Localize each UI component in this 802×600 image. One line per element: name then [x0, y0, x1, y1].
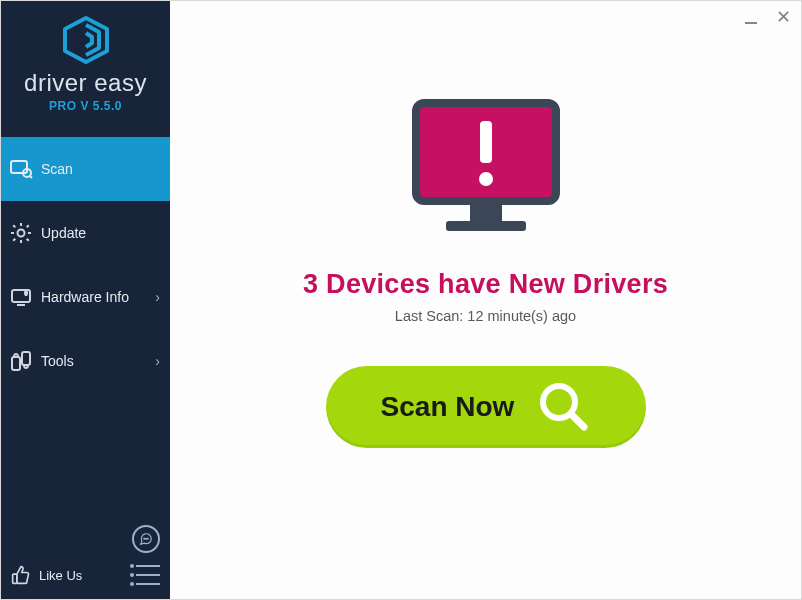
- svg-point-20: [479, 172, 493, 186]
- svg-line-22: [571, 414, 584, 427]
- brand-name: driver easy: [1, 69, 170, 97]
- hardware-icon: i: [9, 285, 33, 309]
- svg-rect-18: [446, 221, 526, 231]
- tools-icon: [9, 349, 33, 373]
- sidebar-item-hardware-info[interactable]: i Hardware Info ›: [1, 265, 170, 329]
- sidebar-item-label: Scan: [41, 161, 160, 177]
- version-label: PRO V 5.5.0: [1, 99, 170, 113]
- gear-icon: [9, 221, 33, 245]
- chevron-right-icon: ›: [155, 353, 160, 369]
- svg-text:i: i: [25, 291, 26, 296]
- sidebar: driver easy PRO V 5.5.0 Scan Update: [1, 1, 170, 599]
- close-button[interactable]: ✕: [773, 7, 793, 27]
- svg-rect-17: [470, 205, 502, 221]
- svg-rect-10: [22, 352, 30, 365]
- sidebar-item-label: Hardware Info: [41, 289, 155, 305]
- window-controls: ✕: [741, 7, 793, 27]
- scan-now-button[interactable]: Scan Now: [326, 366, 646, 448]
- svg-point-4: [18, 230, 25, 237]
- last-scan-label: Last Scan: 12 minute(s) ago: [395, 308, 576, 324]
- svg-point-11: [144, 538, 145, 539]
- main-panel: ✕ 3 Devices have New Drivers Last Scan: …: [170, 1, 801, 599]
- chevron-right-icon: ›: [155, 289, 160, 305]
- logo-icon: [1, 15, 170, 65]
- search-icon: [536, 379, 590, 436]
- sidebar-item-scan[interactable]: Scan: [1, 137, 170, 201]
- svg-point-12: [146, 538, 147, 539]
- sidebar-item-update[interactable]: Update: [1, 201, 170, 265]
- feedback-icon[interactable]: [132, 525, 160, 553]
- sidebar-bottom: Like Us: [1, 517, 170, 599]
- like-us-label: Like Us: [39, 568, 82, 583]
- logo-block: driver easy PRO V 5.5.0: [1, 1, 170, 121]
- thumbs-up-icon: [9, 563, 33, 587]
- sidebar-nav: Scan Update i Hardware Info ›: [1, 137, 170, 393]
- menu-icon[interactable]: [136, 565, 160, 585]
- like-us-button[interactable]: Like Us: [9, 563, 82, 587]
- svg-line-3: [30, 176, 32, 178]
- minimize-button[interactable]: [741, 7, 761, 27]
- scan-icon: [9, 157, 33, 181]
- sidebar-item-label: Tools: [41, 353, 155, 369]
- svg-rect-9: [12, 357, 20, 370]
- alert-monitor-icon: [410, 99, 562, 243]
- headline: 3 Devices have New Drivers: [303, 269, 668, 300]
- svg-rect-14: [13, 574, 17, 583]
- sidebar-item-label: Update: [41, 225, 160, 241]
- svg-point-13: [147, 538, 148, 539]
- sidebar-item-tools[interactable]: Tools ›: [1, 329, 170, 393]
- scan-now-label: Scan Now: [381, 391, 515, 423]
- svg-rect-19: [480, 121, 492, 163]
